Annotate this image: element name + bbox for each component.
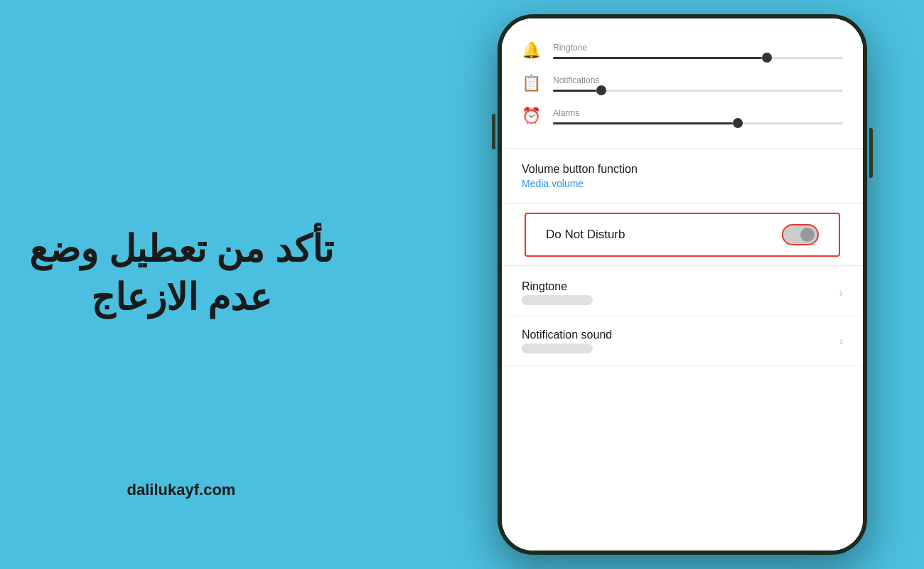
volume-sliders-section: 🔔 Ringtone 📋 Notifica: [502, 30, 863, 145]
notification-sound-list-item[interactable]: Notification sound ›: [502, 317, 863, 366]
notifications-slider-row: 📋 Notifications: [522, 74, 843, 92]
ringtone-list-item[interactable]: Ringtone ›: [502, 269, 863, 317]
notification-sound-content: Notification sound: [522, 329, 839, 353]
volume-button-subtitle: Media volume: [522, 178, 843, 189]
volume-button-title: Volume button function: [522, 163, 843, 176]
alarms-track[interactable]: [553, 122, 843, 124]
dnd-label: Do Not Disturb: [546, 228, 625, 242]
ringtone-track[interactable]: [553, 57, 843, 59]
notifications-fill: [553, 90, 596, 92]
alarms-label: Alarms: [553, 108, 843, 118]
divider-3: [502, 265, 863, 266]
dnd-toggle[interactable]: [782, 224, 819, 245]
divider-1: [502, 148, 863, 149]
notifications-label: Notifications: [553, 75, 843, 85]
ringtone-slider-row: 🔔 Ringtone: [522, 41, 843, 60]
website-label: dalilukayf.com: [127, 482, 236, 500]
notifications-icon: 📋: [522, 74, 544, 92]
screen-content: 🔔 Ringtone 📋 Notifica: [502, 18, 863, 551]
dnd-container: Do Not Disturb: [502, 207, 863, 262]
ringtone-icon: 🔔: [522, 41, 544, 60]
dnd-toggle-thumb: [800, 228, 815, 242]
notification-sound-chevron-icon: ›: [839, 335, 843, 348]
ringtone-slider-wrapper: Ringtone: [553, 43, 843, 59]
ringtone-chevron-icon: ›: [839, 287, 843, 299]
alarms-slider-wrapper: Alarms: [553, 108, 843, 124]
ringtone-thumb: [762, 53, 772, 63]
left-panel: تأكد من تعطيل وضععدم الازعاج dalilukayf.…: [28, 225, 334, 343]
ringtone-fill: [553, 57, 762, 59]
volume-button-function-row[interactable]: Volume button function Media volume: [502, 151, 863, 201]
alarms-icon: ⏰: [522, 107, 544, 125]
notifications-slider-wrapper: Notifications: [553, 75, 843, 92]
ringtone-list-content: Ringtone: [522, 280, 839, 305]
ringtone-label: Ringtone: [553, 43, 843, 53]
divider-2: [502, 203, 863, 204]
notification-sound-sub: [522, 344, 593, 353]
arabic-title: تأكد من تعطيل وضععدم الازعاج: [28, 225, 334, 321]
alarms-thumb: [733, 118, 743, 128]
settings-area: 🔔 Ringtone 📋 Notifica: [502, 18, 863, 551]
ringtone-list-sub: [522, 295, 593, 305]
phone-frame: 🔔 Ringtone 📋 Notifica: [498, 14, 867, 555]
phone-screen: 🔔 Ringtone 📋 Notifica: [502, 18, 863, 551]
alarms-slider-row: ⏰ Alarms: [522, 107, 843, 125]
ringtone-list-title: Ringtone: [522, 280, 839, 293]
notifications-track[interactable]: [553, 90, 843, 92]
notification-sound-title: Notification sound: [522, 329, 839, 341]
notifications-thumb: [596, 85, 606, 95]
do-not-disturb-row[interactable]: Do Not Disturb: [525, 213, 840, 257]
alarms-fill: [553, 122, 733, 124]
